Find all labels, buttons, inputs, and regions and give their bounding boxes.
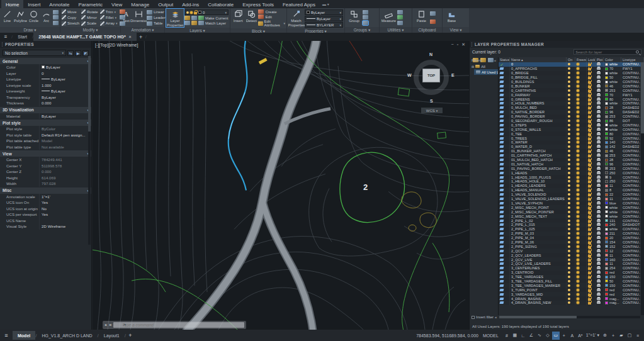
layer-row[interactable]: ✓ 0_APPROACHS 70 FWY1 [499, 67, 641, 71]
plot-printer-icon[interactable] [597, 176, 601, 179]
layer-color-swatch[interactable] [605, 154, 608, 157]
freeze-sun-icon[interactable] [577, 211, 579, 213]
freeze-sun-icon[interactable] [577, 111, 579, 113]
layer-row[interactable]: ✓ 3_TEE_YARDAGES_FILL 50 CONTINU... [499, 279, 641, 284]
group-edit-icon[interactable] [363, 15, 368, 20]
freeze-sun-icon[interactable] [577, 228, 579, 230]
property-row[interactable]: UCS Name [0, 218, 91, 224]
layer-color-swatch[interactable] [605, 76, 608, 79]
plot-printer-icon[interactable] [597, 154, 601, 157]
unlock-icon[interactable] [588, 120, 591, 123]
unlock-icon[interactable] [588, 198, 591, 201]
layer-row[interactable]: ✓ 2_MISC_MECH_TEXT white CONTINU... [499, 214, 641, 218]
property-row[interactable]: Center X 784249.441 [0, 157, 91, 163]
group-button[interactable]: Group [346, 9, 362, 26]
freeze-sun-icon[interactable] [577, 189, 579, 191]
unlock-icon[interactable] [588, 103, 591, 105]
plot-printer-icon[interactable] [597, 202, 601, 204]
layer-linetype[interactable]: CONTINU... [621, 249, 641, 253]
layer-row[interactable]: ✓ 0_HOLE_NUMBERS white CONTINU... [499, 101, 641, 106]
layer-select-dropdown[interactable]: 0 ▾ [184, 9, 229, 15]
unlock-icon[interactable] [588, 263, 591, 266]
layer-linetype[interactable]: CONTINU... [621, 227, 641, 232]
modify-tool-button[interactable]: Scale▾ [81, 21, 98, 26]
unlock-icon[interactable] [588, 289, 591, 292]
freeze-sun-icon[interactable] [577, 176, 579, 179]
layer-row[interactable]: ✓ 0 white CONTINU... [499, 62, 641, 67]
plot-printer-icon[interactable] [597, 163, 601, 165]
filter-tree-all[interactable]: ⊟All [470, 64, 498, 69]
freeze-sun-icon[interactable] [577, 262, 579, 265]
layer-color-swatch[interactable] [605, 193, 608, 196]
layer-color-swatch[interactable] [605, 159, 608, 162]
ribbon-tab[interactable]: View [107, 0, 127, 8]
layer-color-swatch[interactable] [605, 232, 608, 235]
freeze-sun-icon[interactable] [577, 98, 579, 101]
plot-printer-icon[interactable] [597, 102, 601, 104]
plot-printer-icon[interactable] [597, 89, 601, 92]
layer-color-swatch[interactable] [605, 67, 608, 70]
hatch-icon[interactable] [53, 21, 59, 25]
unlock-icon[interactable] [588, 272, 591, 274]
layer-color-swatch[interactable] [605, 276, 608, 279]
layer-row[interactable]: ✓ 3_CENTROID red CONTINU... [499, 271, 641, 275]
plot-printer-icon[interactable] [597, 172, 601, 174]
layer-linetype[interactable]: CONTINU... [621, 131, 641, 136]
freeze-sun-icon[interactable] [577, 133, 579, 135]
freeze-sun-icon[interactable] [577, 154, 579, 157]
id-point-icon[interactable] [397, 21, 403, 25]
layer-row[interactable]: ✓ 01_PAVING_BORDER_HATCH 253 CONTINU... [499, 166, 641, 170]
layer-row[interactable]: ✓ 1_VALVE_SYPHON blue CONTINU... [499, 201, 641, 206]
freeze-sun-icon[interactable] [577, 259, 579, 261]
layer-row[interactable]: ✓ 0_WATER_D 142 DASHED2 [499, 145, 641, 149]
status-toggle-icon[interactable]: ▭ [552, 332, 560, 340]
plot-printer-icon[interactable] [597, 63, 601, 65]
unlock-icon[interactable] [588, 164, 591, 166]
property-row[interactable]: UCS icon at origin No [0, 206, 91, 212]
unlock-icon[interactable] [588, 150, 591, 153]
layer-linetype[interactable]: CONTINU... [621, 205, 641, 210]
plot-printer-icon[interactable] [597, 85, 601, 87]
freeze-sun-icon[interactable] [577, 167, 579, 170]
on-bulb-icon[interactable] [568, 159, 570, 161]
wcs-dropdown[interactable]: WCS▾ [421, 108, 443, 113]
on-bulb-icon[interactable] [568, 271, 570, 274]
layer-properties-button[interactable]: Layer Properties [166, 9, 184, 27]
unlock-icon[interactable] [588, 250, 591, 253]
unlock-icon[interactable] [588, 172, 591, 175]
plot-printer-icon[interactable] [597, 254, 601, 257]
property-row[interactable]: Plot table type Not available [0, 144, 91, 150]
layer-linetype[interactable]: CONTINU... [621, 240, 641, 245]
insert-button[interactable]: Insert [232, 9, 244, 28]
layer-row[interactable]: ✓ 01_NATIVE_HATCH 96 CONTINU... [499, 162, 641, 166]
layer-linetype[interactable]: DASHED2 [621, 145, 641, 149]
on-bulb-icon[interactable] [568, 137, 570, 140]
plot-printer-icon[interactable] [597, 267, 601, 269]
layer-color-swatch[interactable] [605, 279, 608, 282]
plot-printer-icon[interactable] [597, 262, 601, 265]
layer-linetype[interactable]: CONTINU... [621, 275, 641, 279]
unlock-icon[interactable] [588, 177, 591, 179]
layer-linetype[interactable]: CONTINU... [621, 288, 641, 292]
status-toggle-icon[interactable]: A* [577, 332, 584, 340]
freeze-sun-icon[interactable] [577, 271, 579, 274]
collapse-filters-icon[interactable]: « [494, 59, 496, 62]
menu-icon[interactable]: ≡ [0, 33, 11, 41]
plot-printer-icon[interactable] [597, 220, 601, 222]
layer-linetype[interactable]: CONTINU... [621, 188, 641, 193]
modify-tool-button[interactable]: Fillet▾ [100, 14, 118, 20]
layer-linetype[interactable]: CONTINU... [621, 140, 641, 145]
plot-printer-icon[interactable] [597, 141, 601, 143]
property-row[interactable]: UCS icon On Yes [0, 199, 91, 206]
layer-search-input[interactable] [574, 50, 636, 54]
layer-row[interactable]: ✓ 0_STEPS white CONTINU... [499, 123, 641, 127]
layer-color-swatch[interactable] [605, 258, 608, 261]
plot-printer-icon[interactable] [597, 284, 601, 287]
on-bulb-icon[interactable] [568, 124, 570, 126]
layer-linetype[interactable]: CONTINU... [621, 266, 641, 271]
layer-color-swatch[interactable] [605, 93, 608, 96]
layout-tab-named[interactable]: HG_V1.8_ARCH D LAND [37, 331, 97, 340]
layer-linetype[interactable]: CONTINU... [621, 262, 641, 266]
edit-block-button[interactable]: Edit [258, 14, 285, 19]
layer-linetype[interactable]: CONTINU... [621, 283, 641, 288]
